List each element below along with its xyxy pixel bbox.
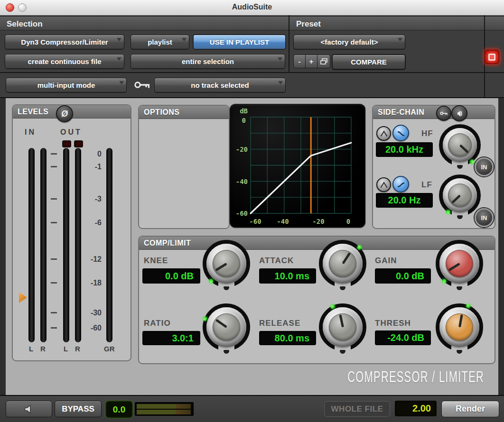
hf-low-pass-filter-button[interactable] <box>392 125 409 141</box>
graph-db-label: dB <box>240 107 248 115</box>
preview-meter-bar <box>137 410 191 414</box>
bypass-button[interactable]: BYPASS <box>55 401 102 417</box>
render-button[interactable]: Render <box>441 401 499 417</box>
plugin-name: COMPRESSOR / LIMITER <box>347 368 484 386</box>
meter-tick <box>51 312 57 313</box>
header-divider <box>289 15 289 72</box>
gain-display[interactable]: 0.0 dB <box>375 268 431 284</box>
meter-channel-label: GR <box>104 345 115 353</box>
window-title: AudioSuite <box>0 0 504 15</box>
selection-mode-selector[interactable]: entire selection <box>131 54 285 69</box>
hf-band-pass-filter-button[interactable] <box>376 126 391 141</box>
plugin-selector-label: Dyn3 Compressor/Limiter <box>21 38 108 46</box>
meter-channel-label: R <box>75 345 80 353</box>
clip-led <box>62 140 71 147</box>
compare-button[interactable]: COMPARE <box>332 54 406 70</box>
preset-selector-label: <factory default> <box>321 38 378 46</box>
preview-volume-display[interactable]: 0.0 <box>105 401 133 418</box>
in-meter-label: IN <box>25 128 36 137</box>
gain-knob[interactable] <box>439 244 479 284</box>
clip-led <box>74 140 83 147</box>
graph-x-tick: -20 <box>312 218 324 225</box>
hf-in-button[interactable]: IN <box>475 157 494 176</box>
meter-tick <box>51 282 57 284</box>
preview-button[interactable] <box>6 401 52 417</box>
target-icon <box>488 54 495 61</box>
input-mode-selector[interactable]: multi-input mode <box>6 78 127 92</box>
preset-increment-button[interactable]: + <box>305 55 317 68</box>
dropdown-triangle-icon <box>278 57 282 61</box>
plugin-selector[interactable]: Dyn3 Compressor/Limiter <box>5 35 124 49</box>
hf-frequency-knob[interactable] <box>443 128 477 162</box>
thresh-display[interactable]: -24.0 dB <box>375 330 431 345</box>
key-icon <box>440 111 448 116</box>
transfer-function-graph: dB 0 -20 -40 -60 -60 -40 -20 0 <box>230 104 365 228</box>
ratio-display[interactable]: 3.0:1 <box>142 331 200 345</box>
use-in-playlist-button[interactable]: USE IN PLAYLIST <box>193 34 286 50</box>
dropdown-triangle-icon <box>119 81 124 84</box>
graph-y-tick: -60 <box>236 210 248 217</box>
file-mode-selector[interactable]: create continuous file <box>5 54 124 69</box>
lf-frequency-knob[interactable] <box>443 178 477 212</box>
scale-label: -60 <box>83 324 102 332</box>
band-pass-icon <box>380 182 388 188</box>
meter-tick <box>51 258 57 260</box>
input-meter-right <box>40 148 47 342</box>
options-panel: OPTIONS <box>138 105 230 229</box>
track-selector[interactable]: no track selected <box>154 78 286 92</box>
hf-label: HF <box>421 129 433 138</box>
ratio-knob[interactable] <box>206 307 246 347</box>
preset-selector[interactable]: <factory default> <box>293 35 405 49</box>
meter-tick <box>51 327 57 329</box>
duration-display[interactable]: 2.00 <box>395 401 437 416</box>
input-mode-label: multi-input mode <box>37 81 95 89</box>
preset-decrement-button[interactable]: - <box>293 55 306 68</box>
scale-label: -18 <box>83 279 102 287</box>
meter-channel-label: R <box>40 345 46 353</box>
attack-display[interactable]: 10.0 ms <box>259 268 316 284</box>
out-meter-label: OUT <box>60 128 82 137</box>
low-pass-icon <box>397 129 405 138</box>
target-button[interactable] <box>485 50 499 64</box>
scale-label: -12 <box>83 255 102 264</box>
thresh-label: THRESH <box>375 319 411 328</box>
lf-in-button[interactable]: IN <box>475 208 494 227</box>
band-pass-icon <box>380 130 388 137</box>
scale-label: -1 <box>83 163 102 171</box>
preset-section-header: Preset <box>289 17 484 30</box>
file-mode-label: create continuous file <box>28 57 101 65</box>
dropdown-triangle-icon <box>278 81 283 84</box>
scale-label: -6 <box>83 219 102 227</box>
input-meter-left <box>28 148 35 342</box>
knee-label: KNEE <box>144 256 168 266</box>
dropdown-triangle-icon <box>117 57 121 61</box>
release-display[interactable]: 80.0 ms <box>259 331 316 345</box>
lf-label: LF <box>421 180 432 190</box>
preset-copy-button[interactable] <box>317 55 330 68</box>
thresh-knob[interactable] <box>439 307 479 347</box>
track-selector-label: no track selected <box>191 81 249 89</box>
preview-meter-bar <box>137 404 191 409</box>
gain-label: GAIN <box>375 256 397 266</box>
preview-meter <box>135 402 194 416</box>
hf-frequency-display[interactable]: 20.0 kHz <box>376 142 433 157</box>
selection-mode-label: entire selection <box>182 57 234 65</box>
graph-x-tick: -60 <box>249 218 261 225</box>
dropdown-triangle-icon <box>398 38 402 41</box>
title-bar[interactable]: AudioSuite <box>0 0 504 16</box>
release-knob[interactable] <box>323 307 363 347</box>
side-chain-key-button[interactable] <box>436 106 451 121</box>
attack-knob[interactable] <box>323 244 363 284</box>
knee-knob[interactable] <box>206 244 246 284</box>
side-chain-listen-button[interactable] <box>451 105 467 121</box>
scale-label: -3 <box>83 195 102 203</box>
footer-bar: BYPASS 0.0 WHOLE FILE 2.00 Render <box>0 395 504 422</box>
playlist-selector[interactable]: playlist <box>131 35 189 49</box>
playlist-selector-label: playlist <box>148 38 172 46</box>
target-section-header <box>485 17 504 30</box>
knee-display[interactable]: 0.0 dB <box>142 268 200 284</box>
lf-frequency-display[interactable]: 20.0 Hz <box>376 193 433 208</box>
lf-high-pass-filter-button[interactable] <box>392 176 409 193</box>
phase-invert-button[interactable]: Ø <box>56 105 73 122</box>
lf-band-pass-filter-button[interactable] <box>376 177 391 192</box>
